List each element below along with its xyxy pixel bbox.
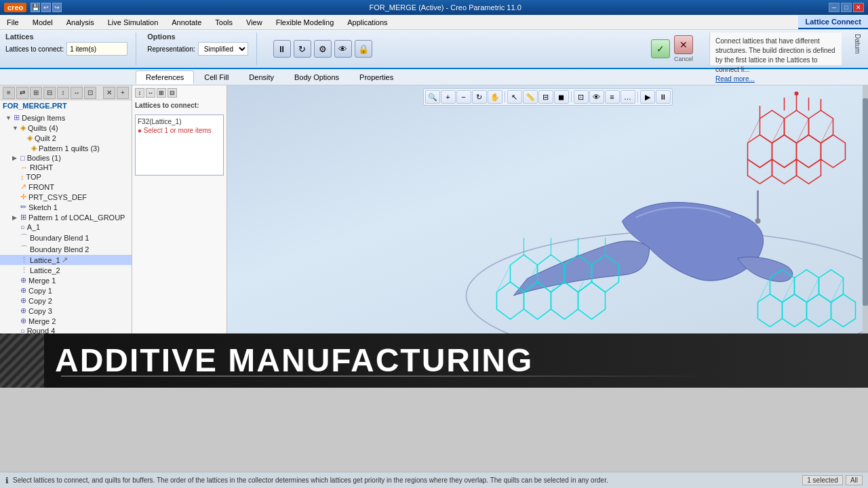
vp-layers[interactable]: ≡ bbox=[605, 90, 620, 104]
tree-item-bb2[interactable]: ⌒ Boundary Blend 2 bbox=[0, 243, 132, 255]
tree-item-quilt2[interactable]: ◈ Quilt 2 bbox=[0, 133, 132, 143]
menu-analysis[interactable]: Analysis bbox=[60, 16, 101, 28]
tree-root[interactable]: FOR_MERGE.PRT bbox=[0, 100, 132, 111]
vp-zoom-btn[interactable]: 🔍 bbox=[425, 90, 440, 104]
close-button[interactable]: ✕ bbox=[853, 3, 864, 12]
menu-bar: File Model Analysis Live Simulation Anno… bbox=[0, 15, 868, 30]
lattices-connect-row: Lattices to connect: bbox=[5, 42, 127, 56]
vp-rotate[interactable]: ↻ bbox=[472, 90, 487, 104]
tree-item-right[interactable]: ↔ RIGHT bbox=[0, 163, 132, 172]
tree-btn-5[interactable]: ↕ bbox=[57, 87, 69, 99]
pause-button[interactable]: ⏸ bbox=[273, 40, 291, 58]
bb2-icon: ⌒ bbox=[20, 244, 28, 254]
v-scrollbar[interactable] bbox=[863, 85, 868, 344]
viewport[interactable]: 🔍 + − ↻ ✋ ↖ 📏 ⊟ ◼ ⊡ 👁 ≡ … ▶ ⏸ bbox=[227, 85, 868, 350]
lock-button[interactable]: 🔒 bbox=[355, 40, 372, 58]
tree-btn-1[interactable]: ≡ bbox=[3, 87, 15, 99]
vp-pause2[interactable]: ⏸ bbox=[656, 90, 671, 104]
model-3d bbox=[227, 85, 868, 350]
tree-btn-6[interactable]: ↔ bbox=[71, 87, 83, 99]
read-more-link[interactable]: Read more... bbox=[715, 75, 836, 84]
tree-btn-4[interactable]: ⊟ bbox=[43, 87, 56, 99]
settings-button[interactable]: ⚙ bbox=[314, 40, 332, 58]
quick-access-undo[interactable]: ↩ bbox=[41, 3, 51, 12]
quilt2-icon: ◈ bbox=[27, 134, 33, 142]
vp-play[interactable]: ▶ bbox=[640, 90, 655, 104]
quick-access-redo[interactable]: ↪ bbox=[52, 3, 62, 12]
tree-item-design-items[interactable]: ▼ ⊞ Design Items bbox=[0, 113, 132, 123]
ref-tool-4[interactable]: ⊟ bbox=[167, 88, 177, 98]
tree-item-csys[interactable]: ✛ PRT_CSYS_DEF bbox=[0, 192, 132, 202]
vp-pan[interactable]: ✋ bbox=[488, 90, 502, 104]
vp-zoom-in[interactable]: + bbox=[441, 90, 456, 104]
menu-view[interactable]: View bbox=[239, 16, 269, 28]
menu-lattice-connect[interactable]: Lattice Connect bbox=[798, 16, 868, 29]
tree-item-a1[interactable]: ○ A_1 bbox=[0, 222, 132, 232]
tree-item-quilts[interactable]: ▼ ◈ Quilts (4) bbox=[0, 123, 132, 133]
tab-references[interactable]: References bbox=[136, 70, 194, 84]
ref-tool-2[interactable]: ↔ bbox=[146, 88, 155, 98]
representation-select[interactable]: Simplified bbox=[198, 42, 248, 56]
ok-button[interactable]: ✓ bbox=[651, 39, 670, 58]
menu-annotate[interactable]: Annotate bbox=[165, 16, 208, 28]
tree-close-btn[interactable]: ✕ bbox=[103, 87, 115, 99]
maximize-button[interactable]: □ bbox=[841, 3, 852, 12]
menu-model[interactable]: Model bbox=[26, 16, 60, 28]
tree-item-sketch1[interactable]: ✏ Sketch 1 bbox=[0, 202, 132, 212]
tree-item-bb1[interactable]: ⌒ Boundary Blend 1 bbox=[0, 232, 132, 243]
tree-btn-3[interactable]: ⊞ bbox=[30, 87, 42, 99]
ref-box: F32(Lattice_1) ● Select 1 or more items bbox=[135, 115, 224, 176]
minimize-button[interactable]: ─ bbox=[829, 3, 840, 12]
tree-label: Copy 1 bbox=[28, 287, 52, 295]
tree-item-copy3[interactable]: ⊕ Copy 3 bbox=[0, 306, 132, 316]
status-all[interactable]: All bbox=[846, 475, 863, 485]
vp-zoom-out[interactable]: − bbox=[456, 90, 471, 104]
menu-flexible-modeling[interactable]: Flexible Modeling bbox=[269, 16, 341, 28]
vp-more[interactable]: … bbox=[620, 90, 635, 104]
vp-shade[interactable]: ◼ bbox=[554, 90, 569, 104]
tree-item-localgroup[interactable]: ▶ ⊞ Pattern 1 of LOCAL_GROUP bbox=[0, 212, 132, 222]
vp-select[interactable]: ↖ bbox=[507, 90, 522, 104]
ref-item-0: F32(Lattice_1) bbox=[138, 117, 221, 126]
tab-density[interactable]: Density bbox=[239, 70, 284, 84]
tree-item-top[interactable]: ↕ TOP bbox=[0, 172, 132, 182]
tree-btn-7[interactable]: ⊡ bbox=[84, 87, 96, 99]
tree-label: Copy 2 bbox=[28, 297, 52, 305]
ref-tool-3[interactable]: ⊞ bbox=[157, 88, 166, 98]
tree-item-front[interactable]: ↗ FRONT bbox=[0, 182, 132, 192]
tree-item-bodies[interactable]: ▶ □ Bodies (1) bbox=[0, 153, 132, 163]
tree-item-lattice2[interactable]: ⋮ Lattice_2 bbox=[0, 265, 132, 275]
app-logo: creo 💾 ↩ ↪ bbox=[4, 3, 62, 12]
v-scroll-thumb[interactable] bbox=[863, 98, 868, 306]
tab-cell-fill[interactable]: Cell Fill bbox=[194, 70, 239, 84]
tree-item-merge1[interactable]: ⊕ Merge 1 bbox=[0, 275, 132, 285]
tree-add-btn[interactable]: + bbox=[117, 87, 129, 99]
menu-live-simulation[interactable]: Live Simulation bbox=[101, 16, 165, 28]
tree-item-copy2[interactable]: ⊕ Copy 2 bbox=[0, 296, 132, 306]
creo-logo: creo bbox=[4, 3, 26, 12]
refresh-button[interactable]: ↻ bbox=[294, 40, 311, 58]
tree-item-merge2[interactable]: ⊕ Merge 2 bbox=[0, 316, 132, 326]
vp-display[interactable]: 👁 bbox=[589, 90, 604, 104]
vp-section[interactable]: ⊟ bbox=[538, 90, 553, 104]
ref-tool-1[interactable]: ↕ bbox=[135, 88, 144, 98]
menu-tools[interactable]: Tools bbox=[208, 16, 239, 28]
tab-body-options[interactable]: Body Options bbox=[284, 70, 349, 84]
menu-file[interactable]: File bbox=[0, 16, 26, 28]
vp-measure[interactable]: 📏 bbox=[523, 90, 538, 104]
view-button[interactable]: 👁 bbox=[334, 40, 352, 58]
cancel-button[interactable]: ✕ bbox=[674, 35, 693, 54]
tab-properties[interactable]: Properties bbox=[349, 70, 403, 84]
tree-item-copy1[interactable]: ⊕ Copy 1 bbox=[0, 285, 132, 296]
svg-point-28 bbox=[755, 218, 761, 224]
tree-item-pattern1[interactable]: ◈ Pattern 1 quilts (3) bbox=[0, 143, 132, 153]
status-selected[interactable]: 1 selected bbox=[802, 475, 843, 485]
title-bar: creo 💾 ↩ ↪ FOR_MERGE (Active) - Creo Par… bbox=[0, 0, 868, 15]
menu-applications[interactable]: Applications bbox=[340, 16, 394, 28]
tree-item-lattice1[interactable]: ⋮ Lattice_1 ↗ bbox=[0, 255, 132, 265]
vp-view-options[interactable]: ⊡ bbox=[574, 90, 589, 104]
quick-access-save[interactable]: 💾 bbox=[31, 3, 40, 12]
ref-panel: ↕ ↔ ⊞ ⊟ Lattices to connect: F32(Lattice… bbox=[132, 85, 227, 350]
tree-btn-2[interactable]: ⇄ bbox=[16, 87, 28, 99]
connect-input[interactable] bbox=[66, 42, 127, 56]
